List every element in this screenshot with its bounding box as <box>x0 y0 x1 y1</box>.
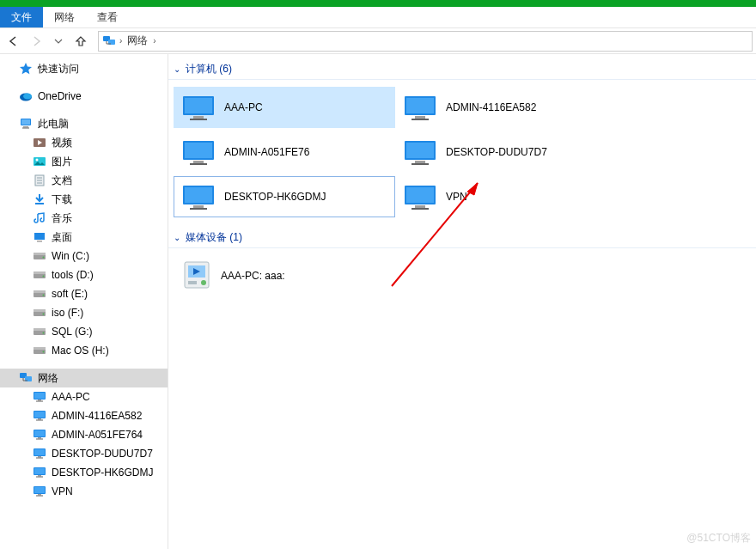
drive-icon <box>33 325 46 339</box>
tree-label: SQL (G:) <box>52 326 93 338</box>
tree-network-child[interactable]: AAA-PC <box>0 387 168 406</box>
menu-network[interactable]: 网络 <box>43 7 86 27</box>
breadcrumb-sep-icon: › <box>153 36 155 46</box>
media-name: AAA-PC: aaa: <box>221 270 285 282</box>
tree-network-child[interactable]: ADMIN-A051FE764 <box>0 425 168 444</box>
onedrive-icon <box>19 89 33 103</box>
computer-name: DESKTOP-DUDU7D7 <box>446 146 547 158</box>
tree-thispc-child[interactable]: 桌面 <box>0 228 168 247</box>
svg-rect-33 <box>34 233 45 240</box>
tree-label: 音乐 <box>52 211 72 226</box>
nav-forward-button[interactable] <box>26 31 46 52</box>
tree-label: AAA-PC <box>52 391 90 403</box>
group-media-header[interactable]: ⌄ 媒体设备 (1) <box>168 228 756 248</box>
tree-label: 文档 <box>52 174 72 188</box>
tree-label: 网络 <box>38 371 58 386</box>
computer-name: ADMIN-4116EA582 <box>446 101 536 113</box>
computer-name: ADMIN-A051FE76 <box>224 146 309 158</box>
media-device-icon <box>181 260 212 291</box>
star-icon <box>19 62 33 76</box>
computer-item[interactable]: AAA-PC <box>174 87 395 128</box>
tree-label: 快速访问 <box>38 62 79 76</box>
menubar: 文件 网络 查看 <box>0 7 756 28</box>
download-icon <box>33 192 46 206</box>
tree-label: 图片 <box>52 155 72 169</box>
tree-label: 此电脑 <box>38 117 69 131</box>
tree-label: ADMIN-4116EA582 <box>52 410 142 422</box>
tree-label: VPN <box>52 485 73 497</box>
monitor-icon <box>403 137 437 167</box>
chevron-down-icon: ⌄ <box>174 233 180 242</box>
docs-icon <box>33 174 46 187</box>
content-pane[interactable]: ⌄ 计算机 (6) AAA-PCADMIN-4116EA582ADMIN-A05… <box>168 54 756 549</box>
svg-rect-34 <box>37 241 42 242</box>
tree-thispc-child[interactable]: Mac OS (H:) <box>0 341 168 360</box>
group-computers-label: 计算机 (6) <box>186 62 232 76</box>
breadcrumb-location[interactable]: 网络 <box>125 32 149 51</box>
tree-thispc-child[interactable]: 图片 <box>0 152 168 171</box>
computer-item[interactable]: VPN <box>395 176 617 217</box>
computer-name: AAA-PC <box>224 101 263 113</box>
computer-item[interactable]: ADMIN-A051FE76 <box>174 131 395 173</box>
nav-up-button[interactable] <box>70 31 91 52</box>
tree-network-child[interactable]: DESKTOP-HK6GDMJ <box>0 463 168 482</box>
computer-item[interactable]: DESKTOP-HK6GDMJ <box>174 176 395 217</box>
computer-item[interactable]: ADMIN-4116EA582 <box>395 87 617 128</box>
tree-thispc-child[interactable]: iso (F:) <box>0 303 168 322</box>
tree-quick-access[interactable]: 快速访问 <box>0 59 168 78</box>
menu-view[interactable]: 查看 <box>86 7 129 27</box>
tree-thispc-child[interactable]: 音乐 <box>0 209 168 228</box>
tree-thispc-child[interactable]: 视频 <box>0 133 168 152</box>
tree-label: soft (E:) <box>52 288 88 300</box>
tree-label: DESKTOP-DUDU7D7 <box>52 448 153 460</box>
tree-thispc-child[interactable]: SQL (G:) <box>0 322 168 341</box>
tree-thispc-child[interactable]: 文档 <box>0 171 168 190</box>
pictures-icon <box>33 155 46 168</box>
group-computers: ⌄ 计算机 (6) AAA-PCADMIN-4116EA582ADMIN-A05… <box>168 59 756 224</box>
tree-label: 视频 <box>52 136 72 150</box>
tree-network-child[interactable]: DESKTOP-DUDU7D7 <box>0 444 168 463</box>
menu-file[interactable]: 文件 <box>0 7 43 27</box>
monitor-icon <box>403 93 437 122</box>
tree-thispc-child[interactable]: tools (D:) <box>0 265 168 284</box>
drive-icon <box>33 306 46 320</box>
monitor-icon <box>33 485 46 498</box>
nav-tree[interactable]: 快速访问 OneDrive 此电脑 视频图片文档下载音乐桌面Win (C:)to… <box>0 54 168 549</box>
video-icon <box>33 136 46 149</box>
tree-this-pc[interactable]: 此电脑 <box>0 114 168 133</box>
tree-label: OneDrive <box>38 90 82 102</box>
tree-label: tools (D:) <box>52 269 94 281</box>
tree-network-child[interactable]: VPN <box>0 482 168 501</box>
nav-back-button[interactable] <box>3 31 24 52</box>
tree-label: ADMIN-A051FE764 <box>52 429 143 441</box>
breadcrumb-sep-icon: › <box>119 36 122 46</box>
tree-thispc-child[interactable]: soft (E:) <box>0 284 168 303</box>
media-item[interactable]: AAA-PC: aaa: <box>174 255 395 296</box>
tree-label: Win (C:) <box>52 250 89 262</box>
group-computers-header[interactable]: ⌄ 计算机 (6) <box>168 59 756 80</box>
monitor-icon <box>181 137 216 167</box>
tree-onedrive[interactable]: OneDrive <box>0 87 168 106</box>
chevron-down-icon: ⌄ <box>174 64 180 74</box>
computer-item[interactable]: DESKTOP-DUDU7D7 <box>395 131 617 173</box>
monitor-icon <box>33 390 46 404</box>
breadcrumb-location-label: 网络 <box>127 34 148 48</box>
drive-icon <box>33 344 46 357</box>
monitor-icon <box>33 466 46 479</box>
group-media-label: 媒体设备 (1) <box>186 230 242 245</box>
tree-network-child[interactable]: ADMIN-4116EA582 <box>0 406 168 425</box>
nav-recent-button[interactable] <box>48 31 69 52</box>
tree-label: 下载 <box>52 192 72 207</box>
group-media: ⌄ 媒体设备 (1) AAA-PC: aaa: <box>168 228 756 303</box>
monitor-icon <box>33 409 46 423</box>
this-pc-icon <box>19 117 33 131</box>
computer-name: VPN <box>446 191 467 203</box>
tree-label: Mac OS (H:) <box>52 345 109 357</box>
address-bar[interactable]: › 网络 › <box>98 31 753 52</box>
tree-network[interactable]: 网络 <box>0 369 168 387</box>
nav-row: › 网络 › <box>0 28 756 54</box>
tree-thispc-child[interactable]: 下载 <box>0 190 168 209</box>
svg-point-27 <box>36 159 39 162</box>
tree-label: DESKTOP-HK6GDMJ <box>52 467 153 479</box>
tree-thispc-child[interactable]: Win (C:) <box>0 247 168 265</box>
